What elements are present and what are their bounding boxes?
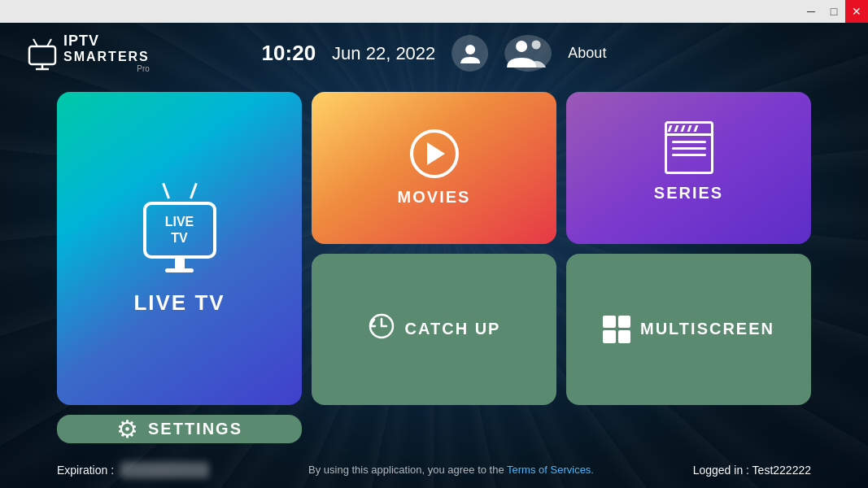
catchup-icon: [368, 312, 395, 346]
multiscreen-cell-2: [618, 316, 631, 329]
multiscreen-icon: [603, 316, 630, 343]
header-date: Jun 22, 2022: [332, 43, 435, 64]
clapper-line-2: [674, 125, 678, 132]
clapper-line-3: [680, 125, 685, 132]
footer-logged-in: Logged in : Test222222: [693, 464, 811, 477]
settings-row: ⚙ SETTINGS: [116, 415, 242, 443]
tv-antennas: [168, 182, 192, 198]
logo-pro: Pro: [63, 64, 150, 73]
header-center: 10:20 Jun 22, 2022 About: [262, 35, 607, 72]
minimize-button[interactable]: ─: [800, 0, 822, 23]
movies-card[interactable]: MOVIES: [312, 92, 556, 244]
maximize-button[interactable]: □: [822, 0, 845, 23]
movies-label: MOVIES: [398, 188, 471, 207]
multiscreen-cell-1: [603, 316, 616, 329]
expiration-label: Expiration :: [57, 464, 114, 477]
settings-label: SETTINGS: [148, 420, 242, 438]
multiscreen-row: MULTISCREEN: [603, 316, 774, 343]
clapper-line-4: [687, 125, 691, 132]
play-icon: [410, 129, 459, 178]
multiscreen-cell-3: [603, 330, 616, 343]
multiscreen-label: MULTISCREEN: [640, 320, 774, 338]
clapper-lines: [667, 124, 711, 133]
multiscreen-cell-4: [618, 330, 631, 343]
svg-point-7: [532, 40, 541, 49]
logo-text: IPTV SMARTERS Pro: [63, 33, 150, 72]
clapper-body-line-2: [672, 147, 706, 150]
tv-base: [165, 268, 194, 272]
terms-text: By using this application, you agree to …: [308, 464, 504, 476]
catchup-label: CATCH UP: [405, 320, 501, 338]
footer: Expiration : XXXXXXXXXX By using this ap…: [0, 451, 868, 488]
live-tv-icon: LIVETV: [143, 182, 216, 272]
clapper-line-5: [693, 125, 698, 132]
logo-smarters: SMARTERS: [63, 50, 150, 64]
svg-point-5: [465, 45, 475, 54]
catchup-card[interactable]: CATCH UP: [312, 254, 556, 406]
series-label: SERIES: [654, 184, 723, 203]
catchup-row: CATCH UP: [368, 312, 501, 346]
multiscreen-card[interactable]: MULTISCREEN: [566, 254, 811, 406]
clapper-body-line-3: [672, 154, 706, 156]
user-icon-single[interactable]: [451, 35, 488, 72]
logo-icon: [24, 35, 60, 71]
main-content: IPTV SMARTERS Pro 10:20 Jun 22, 2022: [0, 23, 868, 488]
header-time: 10:20: [262, 41, 316, 66]
close-button[interactable]: ✕: [845, 0, 868, 23]
clapper-body-line-1: [672, 141, 706, 143]
svg-line-3: [33, 39, 37, 46]
card-grid: LIVETV LIVE TV MOVIES: [0, 84, 868, 451]
live-tv-card[interactable]: LIVETV LIVE TV: [57, 92, 302, 405]
gear-icon: ⚙: [116, 415, 138, 443]
expiration-value: XXXXXXXXXX: [120, 462, 209, 478]
svg-rect-0: [29, 46, 55, 64]
tv-screen-text: LIVETV: [165, 214, 194, 245]
tv-antenna-left: [162, 182, 170, 198]
series-card[interactable]: SERIES: [566, 92, 811, 244]
header: IPTV SMARTERS Pro 10:20 Jun 22, 2022: [0, 23, 868, 84]
tv-stand: [175, 257, 185, 268]
about-button[interactable]: About: [568, 45, 606, 62]
titlebar: ─ □ ✕: [0, 0, 868, 23]
clapper-top: [665, 121, 713, 136]
settings-card[interactable]: ⚙ SETTINGS: [57, 415, 302, 443]
clapper-body: [667, 136, 711, 161]
user-icon-dual[interactable]: [504, 35, 552, 72]
tv-antenna-right: [190, 182, 198, 198]
clapper-line-1: [667, 125, 672, 132]
logo-iptv: IPTV: [63, 33, 150, 50]
play-triangle: [427, 142, 445, 165]
tv-screen: LIVETV: [143, 202, 216, 259]
terms-link[interactable]: Terms of Services.: [507, 464, 594, 476]
svg-point-6: [516, 41, 527, 52]
svg-line-4: [47, 39, 51, 46]
footer-expiration: Expiration : XXXXXXXXXX: [57, 462, 209, 478]
footer-terms: By using this application, you agree to …: [308, 464, 594, 476]
clapper-icon: [665, 133, 713, 174]
live-tv-label: LIVE TV: [133, 290, 225, 316]
logo: IPTV SMARTERS Pro: [24, 33, 150, 72]
